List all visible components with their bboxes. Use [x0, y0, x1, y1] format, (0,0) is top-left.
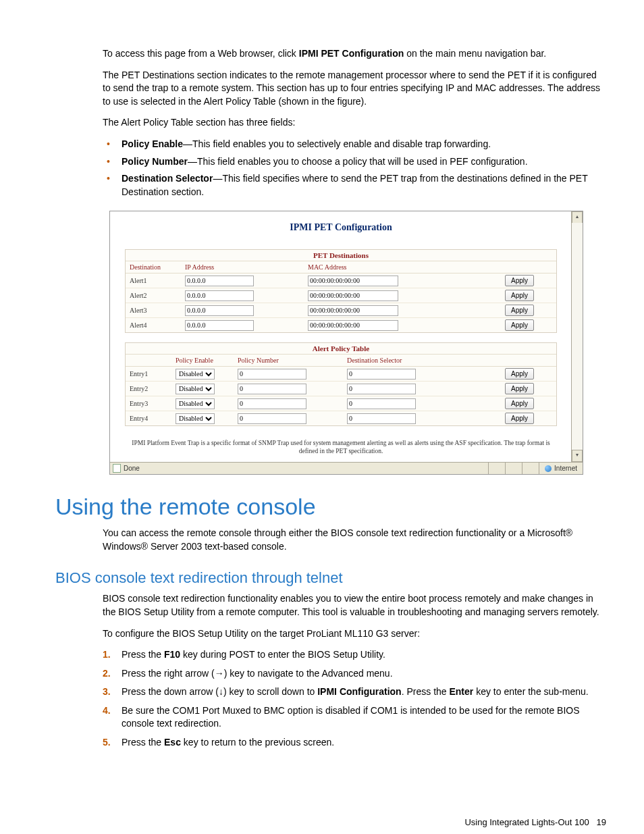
col-mac: MAC Address [304, 261, 501, 273]
heading-bios-telnet: BIOS console text redirection through te… [55, 569, 606, 587]
table-header-row: Policy Enable Policy Number Destination … [126, 355, 556, 367]
table-row: Entry1 Disabled Apply [126, 367, 556, 382]
scroll-track[interactable] [572, 223, 583, 450]
footer-text: Using Integrated Lights-Out 100 [464, 817, 589, 827]
step-item: Press the F10 key during POST to enter t… [103, 648, 606, 662]
step-item: Press the Esc key to return to the previ… [103, 736, 606, 750]
ip-input[interactable] [185, 290, 254, 301]
policy-number-input[interactable] [238, 398, 306, 409]
bios-paragraph-2: To configure the BIOS Setup Utility on t… [103, 627, 606, 641]
enable-select[interactable]: Disabled [176, 398, 215, 409]
dest-label: Alert2 [126, 288, 181, 303]
text: key to return to the previous screen. [181, 737, 334, 748]
table-row: Alert1 Apply [126, 273, 556, 288]
apply-button[interactable]: Apply [505, 398, 534, 409]
table-row: Entry2 Disabled Apply [126, 382, 556, 396]
term: Policy Number [122, 156, 188, 167]
enable-select[interactable]: Disabled [176, 384, 215, 394]
apply-button[interactable]: Apply [505, 305, 534, 316]
text-bold: Esc [164, 737, 181, 748]
status-zone: Internet [554, 463, 577, 474]
status-done: Done [124, 463, 140, 474]
list-item: Policy Number—This field enables you to … [103, 155, 606, 169]
pet-destinations-table: Destination IP Address MAC Address Alert… [126, 261, 556, 332]
col-action [501, 261, 556, 273]
screenshot-figure: ▴ ▾ IPMI PET Configuration PET Destinati… [109, 211, 583, 475]
list-item: Destination Selector—This field specifie… [103, 172, 606, 199]
apply-button[interactable]: Apply [505, 290, 534, 301]
figure-note: IPMI Platform Event Trap is a specific f… [125, 436, 557, 458]
steps-list: Press the F10 key during POST to enter t… [103, 648, 606, 750]
dest-selector-input[interactable] [347, 369, 416, 380]
desc: —This field enables you to choose a poli… [188, 156, 528, 167]
scroll-up-icon[interactable]: ▴ [572, 211, 583, 224]
enable-select[interactable]: Disabled [176, 413, 215, 424]
policy-number-input[interactable] [238, 384, 306, 394]
bios-paragraph-1: BIOS console text redirection functional… [103, 592, 606, 619]
text-bold: IPMI PET Configuration [299, 48, 404, 59]
internet-zone-icon [545, 465, 552, 472]
scroll-down-icon[interactable]: ▾ [572, 450, 583, 462]
statusbar-segment [505, 463, 522, 474]
entry-label: Entry2 [126, 382, 171, 396]
step-item: Be sure the COM1 Port Muxed to BMC optio… [103, 704, 606, 731]
mac-input[interactable] [308, 305, 398, 316]
table-row: Entry3 Disabled Apply [126, 396, 556, 411]
apply-button[interactable]: Apply [505, 383, 534, 394]
page-footer: Using Integrated Lights-Out 100 19 [55, 817, 606, 827]
intro-paragraph-2: The PET Destinations section indicates t… [103, 69, 606, 109]
table-row: Entry4 Disabled Apply [126, 411, 556, 426]
text-bold: IPMI Configuration [317, 686, 401, 697]
page-number: 19 [597, 817, 606, 827]
entry-label: Entry4 [126, 411, 171, 426]
text: . Press the [402, 686, 450, 697]
dest-selector-input[interactable] [347, 413, 416, 424]
col-policy-number: Policy Number [234, 355, 343, 367]
policy-number-input[interactable] [238, 369, 306, 380]
text: Press the [122, 649, 164, 660]
alert-policy-table: Policy Enable Policy Number Destination … [126, 354, 556, 425]
apply-button[interactable]: Apply [505, 275, 534, 286]
dest-label: Alert4 [126, 318, 181, 333]
table-row: Alert3 Apply [126, 303, 556, 318]
col-entry [126, 355, 171, 367]
mac-input[interactable] [308, 276, 398, 286]
apply-button[interactable]: Apply [505, 368, 534, 380]
dest-selector-input[interactable] [347, 384, 416, 394]
ip-input[interactable] [185, 305, 254, 316]
enable-select[interactable]: Disabled [176, 369, 215, 380]
heading-using-remote-console: Using the remote console [55, 494, 606, 520]
col-enable: Policy Enable [171, 355, 234, 367]
apply-button[interactable]: Apply [505, 319, 534, 331]
text-bold: F10 [164, 649, 180, 660]
table-row: Alert4 Apply [126, 318, 556, 333]
mac-input[interactable] [308, 290, 398, 301]
policy-number-input[interactable] [238, 413, 306, 424]
col-dest-selector: Destination Selector [343, 355, 501, 367]
dest-label: Alert1 [126, 273, 181, 288]
figure-title: IPMI PET Configuration [125, 222, 557, 233]
ip-input[interactable] [185, 276, 254, 286]
apply-button[interactable]: Apply [505, 413, 534, 424]
dest-label: Alert3 [126, 303, 181, 318]
col-action [501, 355, 556, 367]
mac-input[interactable] [308, 320, 398, 331]
ip-input[interactable] [185, 320, 254, 331]
dest-selector-input[interactable] [347, 398, 416, 409]
scrollbar[interactable]: ▴ ▾ [571, 211, 583, 462]
term: Destination Selector [122, 173, 213, 184]
pet-destinations-section: PET Destinations Destination IP Address … [125, 249, 557, 333]
desc: —This field enables you to selectively e… [183, 138, 491, 149]
text: key to enter the sub-menu. [473, 686, 588, 697]
text-bold: Enter [449, 686, 473, 697]
text: Press the [122, 737, 164, 748]
term: Policy Enable [122, 138, 183, 149]
section-title: PET Destinations [126, 250, 556, 261]
text: on the main menu navigation bar. [404, 48, 546, 59]
page-icon [113, 464, 121, 473]
table-header-row: Destination IP Address MAC Address [126, 261, 556, 273]
col-ip: IP Address [181, 261, 304, 273]
list-item: Policy Enable—This field enables you to … [103, 138, 606, 151]
statusbar-segment [522, 463, 539, 474]
text: To access this page from a Web browser, … [103, 48, 299, 59]
